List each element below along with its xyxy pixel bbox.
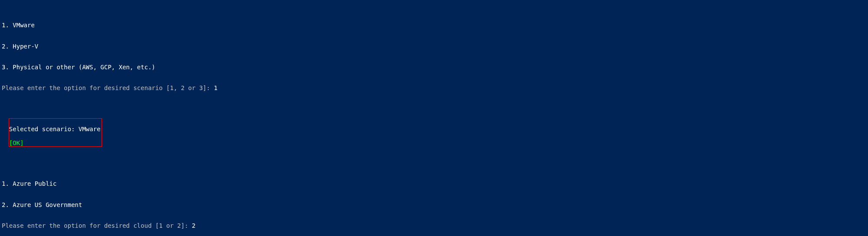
cloud-input: 2 — [192, 222, 195, 229]
cloud-option-2: 2. Azure US Government — [2, 201, 866, 208]
scenario-selected: Selected scenario: VMware — [9, 126, 101, 133]
scenario-option-1: 1. VMware — [2, 22, 866, 29]
scenario-input: 1 — [214, 84, 217, 91]
scenario-option-3: 3. Physical or other (AWS, GCP, Xen, etc… — [2, 64, 866, 71]
cloud-prompt-line: Please enter the option for desired clou… — [2, 222, 866, 229]
scenario-option-2: 2. Hyper-V — [2, 43, 866, 50]
blank-line — [2, 153, 866, 159]
cloud-option-1: 1. Azure Public — [2, 180, 866, 187]
scenario-prompt-line: Please enter the option for desired scen… — [2, 84, 866, 91]
cloud-prompt: Please enter the option for desired clou… — [2, 222, 192, 229]
scenario-ok: [OK] — [9, 139, 101, 146]
powershell-terminal[interactable]: 1. VMware 2. Hyper-V 3. Physical or othe… — [0, 0, 868, 236]
blank-line — [2, 105, 866, 111]
scenario-result-highlight: Selected scenario: VMware [OK] — [9, 119, 102, 146]
scenario-prompt: Please enter the option for desired scen… — [2, 84, 214, 91]
